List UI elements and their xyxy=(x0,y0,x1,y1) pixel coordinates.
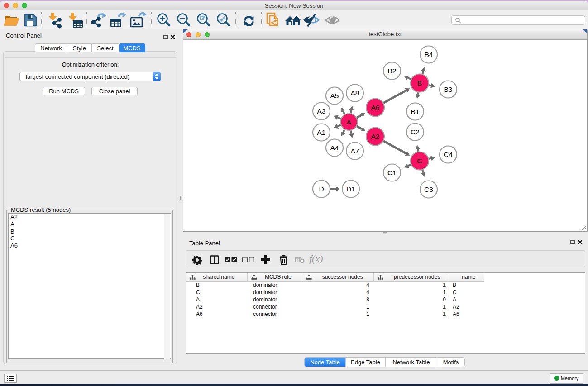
svg-text:B3: B3 xyxy=(444,86,453,93)
svg-text:C1: C1 xyxy=(387,169,397,176)
svg-text:D: D xyxy=(319,185,324,193)
svg-text:A1: A1 xyxy=(317,129,326,136)
svg-text:A8: A8 xyxy=(351,89,359,97)
svg-text:A5: A5 xyxy=(330,92,339,100)
svg-text:C4: C4 xyxy=(444,151,453,158)
svg-text:A2: A2 xyxy=(371,133,380,140)
svg-text:A7: A7 xyxy=(351,147,359,155)
svg-text:B: B xyxy=(417,79,422,87)
svg-text:C2: C2 xyxy=(411,128,420,136)
svg-text:A6: A6 xyxy=(371,104,380,111)
svg-text:D1: D1 xyxy=(346,185,355,193)
svg-text:A3: A3 xyxy=(317,107,326,115)
svg-text:B1: B1 xyxy=(411,108,420,115)
svg-text:B4: B4 xyxy=(425,51,433,58)
svg-text:C3: C3 xyxy=(424,186,433,193)
svg-text:A: A xyxy=(347,118,352,126)
svg-text:A4: A4 xyxy=(330,144,339,152)
svg-text:B2: B2 xyxy=(388,67,397,75)
svg-text:C: C xyxy=(417,157,422,165)
